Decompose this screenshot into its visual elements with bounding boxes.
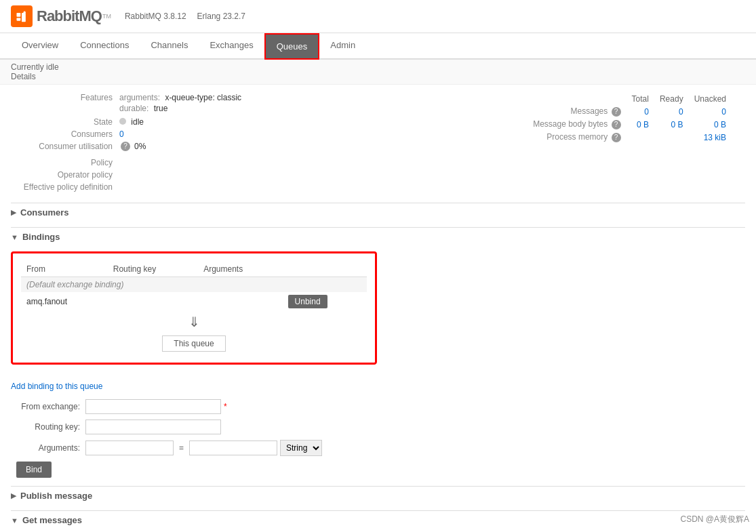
- add-binding-link[interactable]: Add binding to this queue: [11, 382, 102, 391]
- stats-total-header: Total: [626, 93, 654, 105]
- svg-point-3: [24, 12, 26, 14]
- routing-key-row: Routing key:: [11, 420, 745, 434]
- rabbitmq-version: RabbitMQ 3.8.12: [125, 12, 186, 21]
- stats-table: Total Ready Unacked Messages ? 0 0 0: [528, 93, 732, 144]
- main-nav: Overview Connections Channels Exchanges …: [0, 33, 756, 60]
- body-bytes-total: 0 B: [626, 118, 654, 131]
- amq-fanout-binding-row: amq.fanout Unbind: [21, 292, 367, 311]
- effective-policy-row: Effective policy definition: [11, 182, 241, 192]
- process-memory-stat-label: Process memory ?: [528, 131, 626, 144]
- consumers-section-title: Consumers: [20, 207, 69, 218]
- binding-arguments-value: [198, 292, 282, 311]
- version-info: RabbitMQ 3.8.12 Erlang 23.2.7: [125, 12, 245, 21]
- arguments-type-select[interactable]: String: [280, 440, 322, 456]
- features-label: Features: [11, 93, 119, 102]
- operator-policy-row: Operator policy: [11, 170, 241, 180]
- get-messages-arrow-icon: ▼: [11, 516, 18, 525]
- main-content: Features arguments: x-queue-type: classi…: [0, 85, 756, 532]
- arguments-row: Arguments: = String: [11, 440, 745, 456]
- arguments-value-input[interactable]: [189, 441, 277, 455]
- body-bytes-stat-row: Message body bytes ? 0 B 0 B 0 B: [528, 118, 732, 131]
- state-block: State idle Consumers 0 Consumer utilisat…: [11, 117, 146, 154]
- nav-channels[interactable]: Channels: [140, 33, 199, 58]
- get-messages-section-header[interactable]: ▼ Get messages: [11, 511, 745, 529]
- body-bytes-unacked: 0 B: [689, 118, 732, 131]
- messages-total: 0: [626, 105, 654, 118]
- publish-message-section-title: Publish message: [20, 491, 92, 501]
- durable-label-spacer: [11, 104, 119, 113]
- watermark: CSDN @A黄俊辉A: [680, 514, 749, 525]
- bindings-section-header[interactable]: ▼ Bindings: [11, 228, 745, 246]
- bindings-header-row: From Routing key Arguments: [21, 262, 367, 277]
- messages-help-icon[interactable]: ?: [612, 107, 621, 117]
- routing-key-input[interactable]: [85, 420, 221, 434]
- consumer-util-help[interactable]: ?: [121, 142, 130, 151]
- details-left: Features arguments: x-queue-type: classi…: [11, 93, 241, 195]
- unbind-button[interactable]: Unbind: [288, 295, 327, 308]
- durable-row: durable: true: [11, 104, 241, 113]
- header: RabbitMQ TM RabbitMQ 3.8.12 Erlang 23.2.…: [0, 0, 756, 33]
- consumers-section: ▶ Consumers: [11, 203, 745, 222]
- svg-rect-2: [22, 13, 26, 22]
- bindings-routing-key-header: Routing key: [108, 262, 198, 277]
- required-star: *: [224, 402, 227, 411]
- arguments-form-label: Arguments:: [11, 443, 85, 453]
- bindings-section: ▼ Bindings From Routing key Arguments: [11, 227, 745, 375]
- body-bytes-help-icon[interactable]: ?: [612, 120, 621, 129]
- svg-rect-0: [17, 13, 21, 17]
- durable-value: durable: true: [119, 104, 167, 113]
- messages-ready: 0: [654, 105, 689, 118]
- from-exchange-label: From exchange:: [11, 402, 85, 411]
- publish-message-section-header[interactable]: ▶ Publish message: [11, 487, 745, 505]
- nav-connections[interactable]: Connections: [69, 33, 140, 58]
- consumers-value[interactable]: 0: [119, 129, 124, 139]
- bindings-arrow-icon: ▼: [11, 233, 18, 241]
- idle-indicator: [119, 118, 126, 125]
- arguments-key-input[interactable]: [85, 441, 174, 455]
- effective-policy-label: Effective policy definition: [11, 182, 119, 192]
- bindings-arguments-header: Arguments: [198, 262, 282, 277]
- process-memory-help-icon[interactable]: ?: [612, 133, 621, 142]
- bindings-table: From Routing key Arguments (Default exch…: [21, 262, 367, 311]
- features-row: Features arguments: x-queue-type: classi…: [11, 93, 241, 102]
- publish-message-arrow-icon: ▶: [11, 491, 16, 500]
- nav-queues[interactable]: Queues: [264, 33, 320, 60]
- consumer-util-label: Consumer utilisation: [11, 142, 119, 151]
- nav-admin[interactable]: Admin: [319, 33, 366, 58]
- erlang-version: Erlang 23.2.7: [197, 12, 245, 21]
- logo-wordmark: RabbitMQ: [37, 7, 102, 25]
- nav-overview[interactable]: Overview: [11, 33, 69, 58]
- stats-panel: Total Ready Unacked Messages ? 0 0 0: [528, 93, 732, 195]
- details-label: Details: [11, 72, 745, 81]
- consumer-util-row: Consumer utilisation ? 0%: [11, 142, 146, 151]
- binding-from-value: amq.fanout: [21, 292, 108, 311]
- operator-policy-label: Operator policy: [11, 170, 119, 180]
- consumers-label: Consumers: [11, 129, 119, 139]
- publish-message-section: ▶ Publish message: [11, 486, 745, 505]
- bind-button[interactable]: Bind: [16, 462, 52, 478]
- binding-routing-key-value: [108, 292, 198, 311]
- consumer-util-value: 0%: [134, 142, 146, 151]
- consumers-section-header[interactable]: ▶ Consumers: [11, 203, 745, 222]
- state-label: State: [11, 117, 119, 127]
- process-memory-value: 13 kiB: [626, 131, 732, 144]
- stats-unacked-header: Unacked: [689, 93, 732, 105]
- bindings-arrow-down: ⇓: [21, 311, 367, 333]
- logo: RabbitMQ TM: [11, 5, 111, 27]
- messages-unacked: 0: [689, 105, 732, 118]
- unbind-cell: Unbind: [283, 292, 367, 311]
- get-messages-section-title: Get messages: [22, 515, 82, 525]
- bindings-from-header: From: [21, 262, 108, 277]
- this-queue-container: This queue: [21, 333, 367, 354]
- equals-sign: =: [176, 443, 186, 453]
- features-value: arguments: x-queue-type: classic: [119, 93, 241, 102]
- bindings-highlighted-box: From Routing key Arguments (Default exch…: [11, 251, 377, 365]
- nav-exchanges[interactable]: Exchanges: [199, 33, 264, 58]
- default-binding-text: (Default exchange binding): [21, 277, 367, 293]
- bindings-action-header: [283, 262, 367, 277]
- get-messages-section: ▼ Get messages: [11, 510, 745, 529]
- consumers-arrow-icon: ▶: [11, 208, 16, 217]
- from-exchange-row: From exchange: *: [11, 399, 745, 414]
- default-binding-row: (Default exchange binding): [21, 277, 367, 293]
- from-exchange-input[interactable]: [85, 399, 221, 414]
